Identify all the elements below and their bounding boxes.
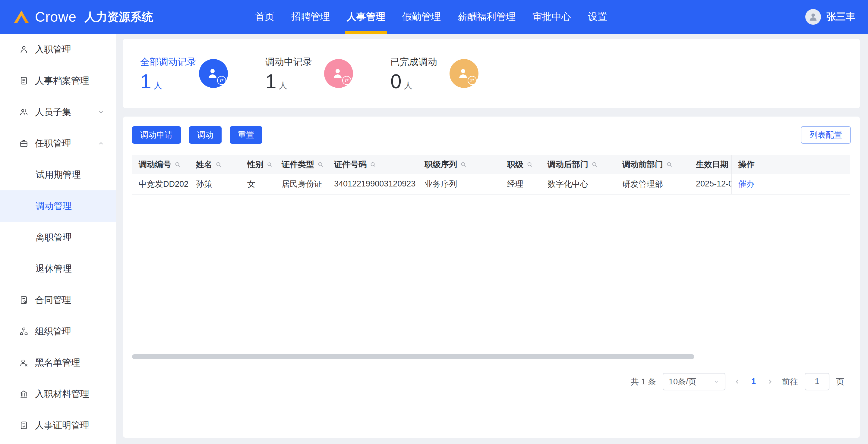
cell-dept-after: 数字化中心: [541, 174, 616, 194]
crowe-logo-icon: [13, 10, 30, 24]
sidebar-item-personnel-subset[interactable]: 人员子集: [0, 96, 116, 128]
page-size-select[interactable]: 10条/页: [663, 373, 725, 390]
table-empty-area: [123, 195, 860, 354]
sidebar-item-transfer[interactable]: 调动管理: [0, 191, 116, 222]
sidebar-item-contract[interactable]: 合同管理: [0, 284, 116, 316]
transfer-apply-button[interactable]: 调动申请: [132, 126, 181, 144]
stat-completed: 已完成调动 0 人 ⇄: [373, 48, 498, 99]
column-header-id-number: 证件号码: [328, 155, 418, 174]
stat-in-progress: 调动中记录 1 人 ⇄: [248, 48, 373, 99]
stat-label: 调动中记录: [265, 56, 312, 68]
column-header-dept-before: 调动前部门: [616, 155, 689, 174]
stat-label: 已完成调动: [391, 56, 437, 68]
urge-link[interactable]: 催办: [738, 179, 755, 189]
nav-item-recruit[interactable]: 招聘管理: [283, 0, 338, 34]
stat-value: 1: [140, 71, 151, 91]
column-header-rank: 职级: [500, 155, 541, 174]
reset-button[interactable]: 重置: [230, 126, 262, 144]
chevron-down-icon: [98, 109, 104, 115]
transfer-table: 调动编号 姓名 性别 证件类型 证件号码 职级序列 职级 调动后部门 调动前部门…: [132, 155, 851, 195]
org-icon: [19, 327, 28, 336]
contract-icon: [19, 296, 28, 305]
top-navbar: Crowe 人力资源系统 首页 招聘管理 人事管理 假勤管理 薪酬福利管理 审批…: [0, 0, 868, 34]
logo: Crowe 人力资源系统: [13, 9, 153, 25]
list-config-button[interactable]: 列表配置: [801, 126, 851, 144]
sidebar-item-blacklist[interactable]: 黑名单管理: [0, 347, 116, 378]
transfer-person-icon: ⇄: [324, 59, 353, 88]
nav-item-hr[interactable]: 人事管理: [338, 0, 394, 34]
transfer-button[interactable]: 调动: [189, 126, 222, 144]
search-icon[interactable]: [267, 161, 273, 168]
nav-item-payroll[interactable]: 薪酬福利管理: [449, 0, 524, 34]
sidebar-item-materials[interactable]: 入职材料管理: [0, 378, 116, 410]
sidebar-item-archives[interactable]: 人事档案管理: [0, 65, 116, 96]
search-icon[interactable]: [460, 161, 467, 168]
table-header-row: 调动编号 姓名 性别 证件类型 证件号码 职级序列 职级 调动后部门 调动前部门…: [132, 155, 850, 174]
cell-id-number: 340122199003120923: [328, 174, 418, 194]
user-area: 张三丰: [805, 9, 855, 25]
transfer-arrows-icon: ⇄: [217, 76, 226, 85]
column-header-actions: 操作: [732, 155, 850, 174]
search-icon[interactable]: [215, 161, 222, 168]
page-number[interactable]: 1: [749, 377, 758, 386]
column-header-id-type: 证件类型: [275, 155, 328, 174]
transfer-arrows-icon: ⇄: [342, 76, 351, 85]
stat-label: 全部调动记录: [140, 56, 196, 68]
chevron-up-icon: [98, 140, 104, 147]
column-header-dept-after: 调动后部门: [541, 155, 616, 174]
stat-unit: 人: [279, 80, 287, 91]
column-header-transfer-id: 调动编号: [132, 155, 189, 174]
search-icon[interactable]: [174, 161, 181, 168]
cell-name: 孙策: [189, 174, 241, 194]
nav-item-home[interactable]: 首页: [247, 0, 283, 34]
stat-unit: 人: [404, 80, 412, 91]
column-header-rank-series: 职级序列: [418, 155, 500, 174]
sidebar-item-probation[interactable]: 试用期管理: [0, 159, 116, 191]
search-icon[interactable]: [666, 161, 673, 168]
sidebar-item-retirement[interactable]: 退休管理: [0, 253, 116, 284]
stat-all-transfers: 全部调动记录 1 人 ⇄: [123, 48, 248, 99]
search-icon[interactable]: [370, 161, 376, 168]
nav-item-settings[interactable]: 设置: [580, 0, 616, 34]
sidebar-item-organization[interactable]: 组织管理: [0, 316, 116, 347]
table-card: 调动申请 调动 重置 列表配置 调动编号 姓名: [123, 116, 860, 438]
sidebar-item-resignation[interactable]: 离职管理: [0, 222, 116, 253]
nav-item-approval[interactable]: 审批中心: [524, 0, 580, 34]
prev-page-button[interactable]: [732, 378, 743, 385]
column-header-gender: 性别: [241, 155, 275, 174]
person-icon: [808, 12, 818, 22]
table-row[interactable]: 中竞发DD202 孙策 女 居民身份证 340122199003120923 业…: [132, 174, 850, 194]
search-icon[interactable]: [317, 161, 324, 168]
cell-rank-series: 业务序列: [418, 174, 500, 194]
sidebar-item-onboarding[interactable]: 入职管理: [0, 34, 116, 65]
sidebar-item-certificates[interactable]: 人事证明管理: [0, 410, 116, 441]
cell-transfer-id: 中竞发DD202: [132, 174, 189, 194]
sidebar-item-employment[interactable]: 任职管理: [0, 128, 116, 159]
nav-item-attendance[interactable]: 假勤管理: [394, 0, 449, 34]
cell-gender: 女: [241, 174, 275, 194]
stats-card: 全部调动记录 1 人 ⇄ 调动中记录: [123, 39, 860, 108]
cell-effective-date: 2025-12-0: [689, 174, 732, 194]
chevron-down-icon: [713, 379, 719, 385]
scrollbar-thumb[interactable]: [132, 354, 694, 359]
stat-value: 1: [265, 71, 276, 91]
cell-rank: 经理: [500, 174, 541, 194]
total-count: 共 1 条: [631, 376, 656, 387]
column-header-name: 姓名: [189, 155, 241, 174]
brand-name: Crowe: [35, 9, 76, 25]
user-avatar[interactable]: [805, 9, 821, 25]
goto-page-input[interactable]: [805, 373, 829, 390]
sidebar: 入职管理 人事档案管理 人员子集: [0, 34, 116, 444]
main-content: 全部调动记录 1 人 ⇄ 调动中记录: [116, 34, 868, 444]
materials-icon: [19, 389, 28, 399]
stat-value: 0: [391, 71, 402, 91]
certificate-icon: [19, 421, 28, 430]
search-icon[interactable]: [591, 161, 598, 168]
search-icon[interactable]: [526, 161, 533, 168]
blacklist-icon: [19, 358, 28, 367]
next-page-button[interactable]: [764, 378, 775, 385]
people-icon: [19, 107, 28, 116]
goto-label: 前往: [782, 376, 798, 387]
person-icon: [19, 45, 28, 54]
column-header-effective-date: 生效日期: [689, 155, 732, 174]
